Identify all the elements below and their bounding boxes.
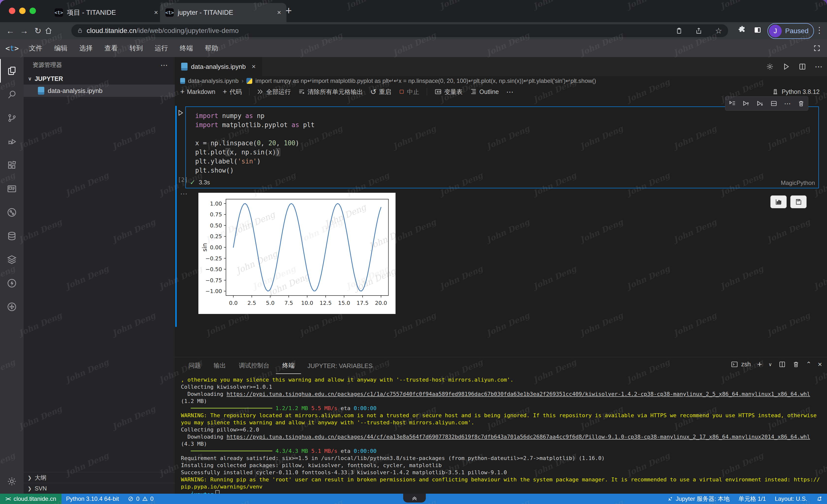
menu-run[interactable]: 运行 (149, 44, 174, 53)
panel-expander[interactable] (403, 494, 426, 503)
sidebar-section-svn[interactable]: ❯ SVN (23, 483, 175, 494)
open-in-plot-viewer-button[interactable] (770, 195, 787, 208)
home-icon[interactable] (45, 27, 59, 35)
execute-cell-and-below-icon[interactable] (729, 100, 736, 107)
split-cell-icon[interactable] (770, 100, 778, 107)
sidebar-section-jupyter[interactable]: ∨ JUPYTER (23, 73, 175, 85)
remote-indicator[interactable]: >< cloud.titanide.cn (0, 494, 61, 504)
panel-tab-item[interactable]: JUPYTER: VARIABLES (301, 362, 379, 374)
sidebar-item-notebook-file[interactable]: data-analysis.ipynb (23, 85, 175, 97)
save-output-button[interactable] (790, 195, 807, 208)
add-code-button[interactable]: +代码 (223, 88, 242, 96)
cell-language-mode[interactable]: MagicPython (781, 179, 815, 186)
terminal-dropdown-chevron-icon[interactable]: ∨ (768, 361, 772, 367)
breadcrumb-file[interactable]: data-analysis.ipynb (188, 77, 239, 84)
sidepanel-icon[interactable] (753, 26, 762, 34)
terminal-output[interactable]: , otherwise you may silence this warning… (181, 376, 822, 494)
editor-tab-notebook[interactable]: data-analysis.ipynb × (175, 57, 262, 76)
run-cell-icon[interactable] (177, 109, 184, 117)
output-more-icon[interactable]: ⋯ (180, 189, 188, 198)
notebook-settings-gear-icon[interactable] (766, 63, 774, 70)
browser-menu-icon[interactable]: ⋮ (815, 25, 824, 35)
panel-tab-item[interactable]: 调试控制台 (232, 361, 276, 374)
breadcrumb[interactable]: data-analysis.ipynb › import numpy as np… (175, 76, 827, 86)
explorer-icon[interactable] (0, 59, 23, 82)
settings-gear-icon[interactable] (0, 469, 23, 493)
python-interpreter-status[interactable]: Python 3.10.4 64-bit (61, 495, 123, 502)
problems-status[interactable]: 0 0 (123, 495, 158, 502)
keyboard-layout-status[interactable]: Layout: U.S. (770, 495, 812, 502)
cell-position-status[interactable]: 单元格 1/1 (734, 495, 770, 503)
database-icon[interactable] (0, 224, 23, 248)
browser-tab-2[interactable]: <t> jupyter - TITANIDE × (160, 3, 287, 22)
source-control-icon[interactable] (0, 106, 23, 130)
tab-close-icon[interactable]: × (277, 9, 281, 16)
run-and-debug-icon[interactable] (0, 130, 23, 153)
code-cell[interactable]: import numpy as npimport matplotlib.pypl… (185, 106, 819, 188)
sidebar-more-icon[interactable]: ⋯ (160, 61, 168, 69)
menu-edit[interactable]: 编辑 (48, 44, 74, 53)
menu-goto[interactable]: 转到 (124, 44, 149, 53)
kernel-picker[interactable]: Python 3.8.12 (772, 88, 827, 95)
live-preview-icon[interactable] (0, 177, 23, 201)
reload-icon[interactable]: ↻ (31, 26, 45, 36)
editor-tab-close-icon[interactable]: × (252, 63, 256, 70)
add-markdown-button[interactable]: +Markdown (180, 88, 215, 96)
profile-badge[interactable]: J Paused (768, 23, 814, 39)
extensions-icon[interactable] (0, 153, 23, 177)
outline-button[interactable]: Outline (470, 88, 499, 95)
layers-icon[interactable] (0, 248, 23, 271)
git-graph-icon[interactable] (0, 201, 23, 224)
clipboard-icon[interactable] (676, 27, 683, 34)
traffic-light-minimize[interactable] (19, 8, 26, 14)
panel-tab-item[interactable]: 问题 (182, 361, 207, 374)
tab-close-icon[interactable]: × (154, 9, 158, 16)
thunder-client-icon[interactable] (0, 271, 23, 295)
menu-help[interactable]: 帮助 (199, 44, 224, 53)
jupyter-server-status[interactable]: Jupyter 服务器: 本地 (663, 495, 734, 503)
run-below-icon[interactable] (757, 100, 764, 107)
breadcrumb-cell-preview[interactable]: import numpy as np↵import matplotlib.pyp… (255, 77, 596, 84)
cell-code-editor[interactable]: import numpy as npimport matplotlib.pypl… (195, 111, 314, 175)
cluster-icon[interactable] (0, 295, 23, 319)
sidebar-section-outline[interactable]: ❯ 大纲 (23, 472, 175, 483)
back-icon[interactable]: ← (3, 26, 17, 36)
split-editor-icon[interactable] (798, 63, 806, 70)
notifications-bell-icon[interactable] (812, 496, 827, 502)
delete-cell-icon[interactable] (797, 100, 805, 107)
bookmark-star-icon[interactable]: ☆ (715, 26, 722, 36)
terminal-instance[interactable]: zsh (731, 361, 751, 368)
fullscreen-icon[interactable] (813, 45, 821, 52)
run-all-button[interactable]: 全部运行 (257, 88, 291, 96)
forward-icon[interactable]: → (17, 26, 31, 36)
url-bar[interactable]: cloud.titanide.cn/ide/web/coding/jupyter… (71, 24, 728, 37)
editor-more-icon[interactable]: ⋯ (815, 62, 823, 71)
close-panel-icon[interactable]: × (818, 360, 822, 369)
clear-outputs-button[interactable]: 清除所有单元格输出 (298, 88, 363, 96)
restart-kernel-button[interactable]: ↺重启 (370, 88, 391, 96)
interrupt-button[interactable]: 中止 (399, 88, 420, 96)
run-notebook-icon[interactable] (782, 63, 790, 70)
menu-file[interactable]: 文件 (23, 44, 48, 53)
variables-button[interactable]: 变量表 (434, 88, 463, 96)
share-icon[interactable] (695, 27, 702, 34)
search-icon[interactable] (0, 82, 23, 106)
traffic-light-close[interactable] (9, 8, 15, 14)
split-terminal-icon[interactable] (779, 361, 786, 368)
menu-selection[interactable]: 选择 (74, 44, 98, 53)
kill-terminal-icon[interactable] (792, 361, 800, 368)
new-terminal-icon[interactable]: + (757, 359, 762, 369)
browser-tab-1[interactable]: <t> 项目 - TITANIDE × (49, 3, 163, 22)
toolbar-more-icon[interactable]: ⋯ (506, 88, 514, 96)
panel-tab-terminal-active[interactable]: 终端 (276, 361, 301, 374)
cell-more-icon[interactable]: ⋯ (784, 100, 791, 108)
new-tab-button[interactable]: + (286, 4, 292, 17)
menu-view[interactable]: 查看 (98, 44, 124, 53)
traffic-light-zoom[interactable] (30, 8, 36, 14)
menu-terminal[interactable]: 终端 (174, 44, 199, 53)
notebook-toolbar: +Markdown +代码 全部运行 清除所有单元格输出 ↺重启 中止 变量表 … (175, 86, 827, 98)
run-above-icon[interactable] (742, 100, 750, 107)
extensions-puzzle-icon[interactable] (738, 25, 746, 34)
panel-tab-item[interactable]: 输出 (207, 361, 232, 374)
maximize-panel-icon[interactable]: ⌃ (806, 360, 812, 368)
